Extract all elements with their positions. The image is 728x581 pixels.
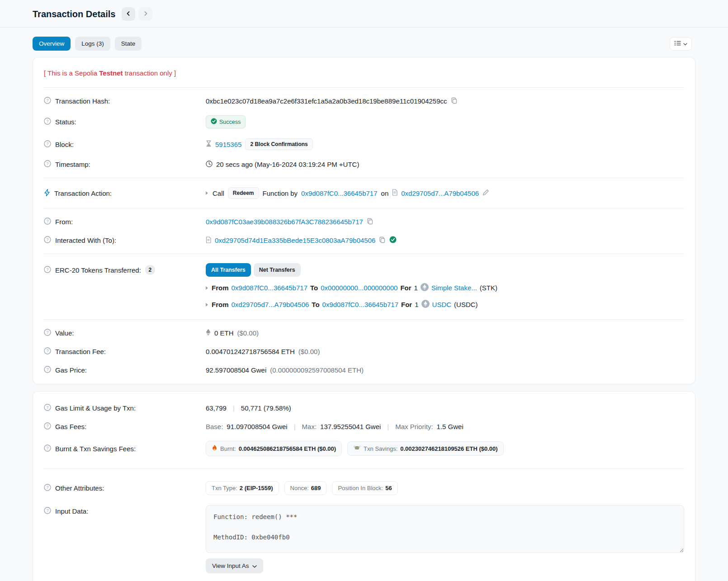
net-transfers-button[interactable]: Net Transfers xyxy=(254,263,301,277)
action-contract-link[interactable]: 0xd29705d7...A79b04506 xyxy=(401,189,479,197)
svg-text:?: ? xyxy=(46,267,48,272)
transfer-row: From 0xd29705d7...A79b04506 To 0x9d087fC… xyxy=(206,299,478,310)
caret-right-icon xyxy=(206,191,208,195)
transfer-token-link[interactable]: Simple Stake... xyxy=(431,284,477,292)
list-check-icon xyxy=(674,40,681,47)
max-priority-key: Max Priority: xyxy=(395,423,433,430)
chevron-right-icon xyxy=(143,11,148,18)
label-input-data: ? Input Data: xyxy=(44,505,206,515)
row-burnt-fees: ? Burnt & Txn Savings Fees: Burnt: 0.004… xyxy=(44,436,684,461)
transfer-row: From 0x9d087fC0...36645b717 To 0x0000000… xyxy=(206,282,497,293)
tabs-row: Overview Logs (3) State xyxy=(0,28,728,57)
transfer-from-link[interactable]: 0xd29705d7...A79b04506 xyxy=(232,301,309,308)
timestamp-value: 20 secs ago (May-16-2024 03:19:24 PM +UT… xyxy=(216,161,359,168)
testnet-notice-pre: [ This is a Sepolia xyxy=(44,69,99,77)
nonce-key: Nonce: xyxy=(290,485,309,491)
copy-hash-button[interactable] xyxy=(451,97,458,105)
fee-usd: ($0.00) xyxy=(298,348,320,355)
transfer-from-label: From xyxy=(212,284,229,292)
copy-icon xyxy=(367,218,373,226)
divider xyxy=(44,254,684,254)
burnt-badge: Burnt: 0.004625086218756584 ETH ($0.00) xyxy=(206,441,342,456)
row-status: ? Status: Success xyxy=(44,110,684,133)
block-number-link[interactable]: 5915365 xyxy=(215,141,241,148)
question-circle-icon: ? xyxy=(44,160,51,169)
separator: | xyxy=(291,423,298,430)
txn-savings-value: 0.002302746218109526 ETH ($0.00) xyxy=(400,445,497,452)
label-other-attributes: ? Other Attributes: xyxy=(44,484,206,492)
page-header: Transaction Details xyxy=(0,0,728,28)
eth-icon xyxy=(206,329,211,337)
value-label: Value: xyxy=(55,329,74,337)
question-circle-icon: ? xyxy=(44,329,51,337)
next-txn-button[interactable] xyxy=(139,7,152,21)
transaction-hash-label: Transaction Hash: xyxy=(55,97,110,105)
label-erc20-transfers: ? ERC-20 Tokens Transferred: 2 xyxy=(44,263,206,275)
verified-check-icon xyxy=(389,236,397,245)
clock-icon xyxy=(206,161,213,169)
copy-to-button[interactable] xyxy=(379,236,386,245)
transfer-from-link[interactable]: 0x9d087fC0...36645b717 xyxy=(232,284,307,292)
gas-limit-label: Gas Limit & Usage by Txn: xyxy=(55,404,136,412)
txn-nav xyxy=(122,7,152,21)
question-circle-icon: ? xyxy=(44,236,51,245)
input-data-textarea[interactable] xyxy=(206,505,684,553)
page-title: Transaction Details xyxy=(33,9,115,19)
row-erc20-transfers: ? ERC-20 Tokens Transferred: 2 All Trans… xyxy=(44,258,684,315)
other-attributes-label: Other Attributes: xyxy=(55,484,104,492)
burnt-key: Burnt: xyxy=(220,445,236,452)
label-block: ? Block: xyxy=(44,140,206,149)
from-label: From: xyxy=(55,218,73,226)
row-input-data: ? Input Data: View Input As xyxy=(44,500,684,578)
tab-overview[interactable]: Overview xyxy=(33,37,71,51)
check-circle-icon xyxy=(211,118,217,126)
view-input-as-button[interactable]: View Input As xyxy=(206,558,263,573)
gas-price-value: 92.597008504 Gwei xyxy=(206,366,266,374)
txn-savings-key: Txn Savings: xyxy=(364,445,397,452)
transfer-to-link[interactable]: 0x9d087fC0...36645b717 xyxy=(322,301,398,308)
timestamp-label: Timestamp: xyxy=(55,161,90,168)
question-circle-icon: ? xyxy=(44,217,51,226)
divider xyxy=(44,87,684,88)
fee-amount: 0.004701242718756584 ETH xyxy=(206,348,295,355)
txn-type-badge: Txn Type: 2 (EIP-1559) xyxy=(206,481,279,495)
testnet-notice: [ This is a Sepolia Testnet transaction … xyxy=(44,62,684,83)
caret-right-icon xyxy=(206,303,208,307)
transfer-to-label: To xyxy=(310,284,318,292)
gas-details-card: ? Gas Limit & Usage by Txn: 63,799 | 50,… xyxy=(33,391,695,581)
copy-from-button[interactable] xyxy=(367,218,373,226)
svg-text:?: ? xyxy=(46,424,48,428)
tab-state[interactable]: State xyxy=(115,37,142,51)
row-transaction-action: Transaction Action: Call Redeem Function… xyxy=(44,182,684,204)
edit-action-button[interactable] xyxy=(482,189,489,197)
prev-txn-button[interactable] xyxy=(122,7,135,21)
question-circle-icon: ? xyxy=(44,404,51,412)
gas-price-eth: (0.000000092597008504 ETH) xyxy=(270,366,364,374)
question-circle-icon: ? xyxy=(44,97,51,105)
label-transaction-fee: ? Transaction Fee: xyxy=(44,347,206,356)
label-value: ? Value: xyxy=(44,329,206,337)
transfer-token-link[interactable]: USDC xyxy=(432,301,452,308)
question-circle-icon: ? xyxy=(44,140,51,149)
action-from-link[interactable]: 0x9d087fC0...36645b717 xyxy=(301,189,377,197)
txn-savings-badge: Txn Savings: 0.002302746218109526 ETH ($… xyxy=(347,441,504,456)
divider xyxy=(44,319,684,320)
transfer-to-link[interactable]: 0x00000000...000000000 xyxy=(321,284,397,292)
gas-price-label: Gas Price: xyxy=(55,366,87,374)
contract-file-icon xyxy=(392,189,397,197)
label-interacted-with: ? Interacted With (To): xyxy=(44,236,206,245)
label-transaction-action: Transaction Action: xyxy=(44,189,206,198)
label-gas-price: ? Gas Price: xyxy=(44,366,206,374)
transaction-action-label: Transaction Action: xyxy=(54,189,112,197)
view-input-as-label: View Input As xyxy=(212,562,249,569)
all-transfers-button[interactable]: All Transfers xyxy=(206,263,251,277)
tab-logs[interactable]: Logs (3) xyxy=(75,37,110,51)
hourglass-icon xyxy=(206,140,212,148)
gas-limit-value: 63,799 xyxy=(206,404,227,412)
status-badge: Success xyxy=(206,115,246,128)
to-address-link[interactable]: 0xd29705d74d1Ea335bBede15E3c0803aA79b045… xyxy=(215,236,375,244)
question-circle-icon: ? xyxy=(44,347,51,356)
from-address-link[interactable]: 0x9d087fC03ae39b088326b67fA3C788236645b7… xyxy=(206,218,363,226)
view-options-button[interactable] xyxy=(670,37,692,51)
label-status: ? Status: xyxy=(44,118,206,126)
